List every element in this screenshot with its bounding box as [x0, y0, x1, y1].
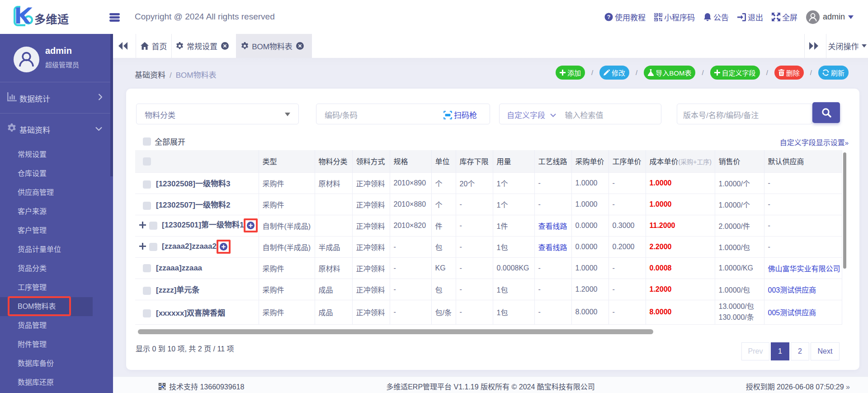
svg-text:?: ?: [607, 14, 611, 20]
